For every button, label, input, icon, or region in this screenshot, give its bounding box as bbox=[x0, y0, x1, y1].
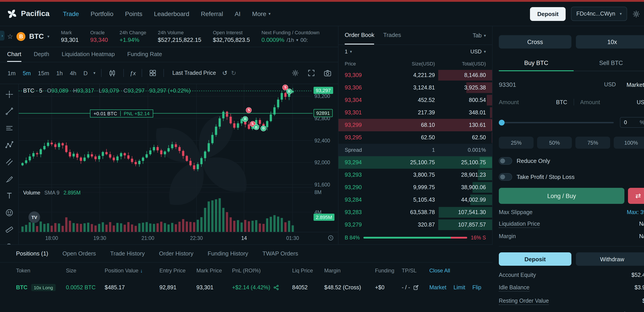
ruler-measure-icon[interactable] bbox=[5, 226, 13, 234]
info-value[interactable]: Max: 3% bbox=[627, 209, 644, 215]
orderbook-row-bid[interactable]: 93,29425,100.7525,100.75 bbox=[338, 156, 492, 169]
orderbook-row-ask[interactable]: 93,29562.5062.50 bbox=[338, 131, 492, 144]
redo-icon[interactable]: ↻ bbox=[231, 69, 236, 76]
tab-sell-btc[interactable]: Sell BTC bbox=[574, 56, 644, 71]
tab-positions-1[interactable]: Positions (1) bbox=[16, 250, 48, 257]
crosshair-icon[interactable] bbox=[5, 90, 13, 98]
horizontal-lines-icon[interactable] bbox=[5, 124, 13, 132]
margin-mode-button[interactable]: Cross bbox=[499, 35, 572, 48]
brand[interactable]: Pacifica bbox=[7, 9, 50, 19]
fullscreen-icon[interactable] bbox=[306, 68, 316, 78]
edit-tpsl-icon[interactable] bbox=[413, 285, 419, 290]
action-flip[interactable]: Flip bbox=[472, 285, 481, 291]
tab-buy-btc[interactable]: Buy BTC bbox=[499, 56, 574, 71]
orderbook-row-bid[interactable]: 93,2909,999.7538,900.06 bbox=[338, 181, 492, 194]
tpsl-toggle[interactable] bbox=[499, 173, 512, 181]
emoji-tool-icon[interactable] bbox=[5, 209, 13, 217]
snapshot-camera-icon[interactable] bbox=[322, 68, 333, 78]
amount-quote-field[interactable]: USD bbox=[574, 99, 644, 105]
nav-item-points[interactable]: Points bbox=[125, 10, 142, 17]
undo-icon[interactable]: ↺ bbox=[222, 69, 227, 76]
time-axis[interactable]: 18:0019:3021:0022:301401:30 bbox=[19, 232, 338, 244]
interval-1h[interactable]: 1h bbox=[54, 68, 65, 78]
layout-grid-icon[interactable] bbox=[148, 68, 158, 78]
chart-canvas[interactable]: BSSBBSB BTC · 5 O93,089 H93,317 L93,079 … bbox=[19, 84, 338, 244]
text-tool-icon[interactable] bbox=[5, 192, 13, 200]
orderbook-row-ask[interactable]: 93,301217.39348.01 bbox=[338, 106, 492, 119]
position-line-label[interactable]: +0.01 BTC PNL +$2.14 bbox=[90, 109, 153, 117]
last-traded-price-toggle[interactable]: Last Traded Price bbox=[172, 70, 216, 76]
orderbook-row-ask[interactable]: 93,3094,221.298,146.80 bbox=[338, 69, 492, 81]
nav-item-portfolio[interactable]: Portfolio bbox=[91, 10, 114, 17]
interval-4h[interactable]: 4h bbox=[68, 68, 78, 78]
tradingview-logo[interactable]: TV bbox=[28, 211, 40, 223]
pattern-xabcd-icon[interactable] bbox=[5, 141, 13, 149]
orderbook-row-bid[interactable]: 93,2845,105.4344,002.99 bbox=[338, 194, 492, 206]
chart-tab-liquidation-heatmap[interactable]: Liquidation Heatmap bbox=[62, 47, 115, 62]
price-input[interactable] bbox=[499, 81, 600, 88]
orderbook-row-ask[interactable]: 93,3063,124.813,925.38 bbox=[338, 81, 492, 94]
interval-15m[interactable]: 15m bbox=[36, 68, 52, 78]
orderbook-row-bid[interactable]: 93,279320.87107,857.57 bbox=[338, 219, 492, 231]
unit-selector[interactable]: USD ▾ bbox=[470, 48, 486, 55]
interval-5m[interactable]: 5m bbox=[20, 68, 33, 78]
tab-open-orders[interactable]: Open Orders bbox=[62, 250, 96, 257]
deposit-tab-button[interactable]: Deposit bbox=[499, 252, 572, 266]
leverage-button[interactable]: 10x bbox=[576, 35, 644, 48]
settings-gear-icon[interactable] bbox=[632, 10, 640, 17]
deposit-button[interactable]: Deposit bbox=[530, 7, 566, 21]
chart-tab-depth[interactable]: Depth bbox=[34, 47, 49, 62]
amount-quote-input[interactable] bbox=[580, 99, 634, 105]
tab-funding-history[interactable]: Funding History bbox=[208, 250, 248, 257]
amount-base-field[interactable]: BTC bbox=[499, 99, 567, 105]
orderbook-row-bid[interactable]: 93,2933,800.7528,901.23 bbox=[338, 169, 492, 181]
interval-more-chevron-icon[interactable]: ▾ bbox=[94, 71, 96, 75]
order-type-selector[interactable]: Market ▾ bbox=[626, 81, 644, 88]
nav-item-leaderboard[interactable]: Leaderboard bbox=[154, 10, 189, 17]
candle-style-icon[interactable] bbox=[108, 68, 118, 78]
tab-trade-history[interactable]: Trade History bbox=[110, 250, 145, 257]
action-limit[interactable]: Limit bbox=[454, 285, 465, 291]
percent-button-50[interactable]: 50% bbox=[537, 137, 572, 149]
tab-twap-orders[interactable]: TWAP Orders bbox=[262, 250, 298, 257]
size-slider[interactable] bbox=[499, 122, 614, 123]
trendline-icon[interactable] bbox=[5, 107, 13, 115]
orderbook-row-bid[interactable]: 93,28363,538.78107,541.30 bbox=[338, 206, 492, 219]
wallet-selector[interactable]: FDc4nc...CWyn ▾ bbox=[571, 7, 627, 21]
withdraw-tab-button[interactable]: Withdraw bbox=[576, 252, 644, 266]
parallel-channel-icon[interactable] bbox=[5, 158, 13, 166]
tab-order-history[interactable]: Order History bbox=[159, 250, 194, 257]
long-buy-button[interactable]: Long / Buy bbox=[499, 188, 624, 204]
symbol-selector[interactable]: ☆ B BTC ▾ bbox=[7, 32, 50, 41]
tab-order-book[interactable]: Order Book bbox=[345, 26, 374, 44]
chart-settings-gear-icon[interactable] bbox=[290, 68, 300, 78]
indicators-fx-icon[interactable]: ƒx bbox=[130, 70, 136, 76]
brush-icon[interactable] bbox=[5, 175, 13, 183]
flip-side-button[interactable]: ⇄ bbox=[628, 188, 644, 204]
tick-size-selector[interactable]: 1 ▾ bbox=[345, 48, 352, 55]
orderbook-row-ask[interactable]: 93,304452.52800.54 bbox=[338, 94, 492, 106]
slider-handle[interactable] bbox=[499, 119, 504, 125]
orderbook-row-ask[interactable]: 93,29968.10130.61 bbox=[338, 119, 492, 131]
percent-button-100[interactable]: 100% bbox=[614, 137, 644, 149]
chart-tab-chart[interactable]: Chart bbox=[7, 47, 22, 62]
favorite-star-icon[interactable]: ☆ bbox=[7, 32, 13, 40]
nav-item-ai[interactable]: AI bbox=[235, 10, 240, 17]
action-market[interactable]: Market bbox=[429, 285, 446, 291]
price-plot[interactable]: BSSBBSB bbox=[19, 84, 313, 232]
nav-item-referral[interactable]: Referral bbox=[201, 10, 223, 17]
reduce-only-toggle[interactable] bbox=[499, 157, 512, 165]
share-icon[interactable] bbox=[274, 285, 279, 290]
close-all-button[interactable]: Close All bbox=[429, 268, 492, 274]
tab-trades[interactable]: Trades bbox=[383, 26, 401, 44]
orderbook-layout-selector[interactable]: Tab ▾ bbox=[473, 26, 486, 44]
interval-d[interactable]: D bbox=[81, 68, 90, 78]
percent-button-25[interactable]: 25% bbox=[499, 137, 534, 149]
sort-descending-icon[interactable]: ↓ bbox=[140, 268, 143, 273]
percent-button-75[interactable]: 75% bbox=[576, 137, 610, 149]
chart-tab-funding-rate[interactable]: Funding Rate bbox=[127, 47, 162, 62]
slider-value-box[interactable]: 0 % bbox=[620, 117, 644, 128]
amount-base-input[interactable] bbox=[499, 99, 553, 105]
collapse-sidebar-icon[interactable]: › bbox=[0, 31, 4, 40]
zoom-icon[interactable] bbox=[5, 243, 13, 244]
